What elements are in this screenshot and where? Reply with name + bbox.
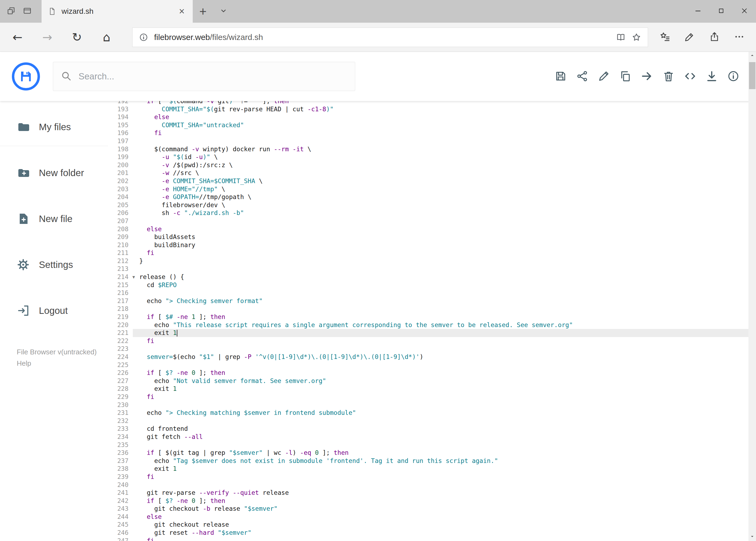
code-line[interactable]: 237 echo "Tag $semver does not exist in … (108, 457, 756, 465)
code-line[interactable]: 221 exit 1 (108, 329, 756, 337)
line-number[interactable]: 217 (108, 297, 133, 305)
code-text[interactable]: if [ $# -ne 1 ]; then (133, 313, 756, 321)
address-bar[interactable]: filebrowser.web/files/wizard.sh (132, 28, 648, 47)
code-line[interactable]: 238 exit 1 (108, 465, 756, 473)
home-button[interactable]: ⌂ (92, 23, 122, 52)
app-logo[interactable] (12, 62, 40, 91)
code-text[interactable]: fi (133, 473, 756, 481)
code-line[interactable]: 193 COMMIT_SHA="$(git rev-parse HEAD | c… (108, 105, 756, 114)
code-line[interactable]: 230 (108, 401, 756, 409)
line-number[interactable]: 219 (108, 313, 133, 321)
code-text[interactable] (133, 361, 756, 369)
code-line[interactable]: 235 (108, 441, 756, 449)
code-line[interactable]: 243 git checkout -b release "$semver" (108, 505, 756, 513)
code-line[interactable]: 224 semver=$(echo "$1" | grep -P '^v(0|[… (108, 353, 756, 361)
line-number[interactable]: 227 (108, 377, 133, 385)
back-button[interactable]: ← (3, 23, 32, 52)
code-line[interactable]: 200 -v /$(pwd):/src:z \ (108, 161, 756, 169)
code-line[interactable]: 214▾release () { (108, 273, 756, 281)
line-number[interactable]: 197 (108, 137, 133, 145)
line-number[interactable]: 222 (108, 337, 133, 345)
favorites-hub-button[interactable] (652, 23, 677, 52)
code-line[interactable]: 220 echo "This release script requires a… (108, 321, 756, 329)
code-text[interactable]: -e GOPATH=//tmp/gopath \ (133, 193, 756, 201)
code-text[interactable]: fi (133, 129, 756, 137)
code-line[interactable]: 211 fi (108, 249, 756, 257)
forward-button[interactable]: → (32, 23, 62, 52)
code-text[interactable]: filebrowser/dev \ (133, 201, 756, 209)
code-text[interactable]: buildAssets (133, 233, 756, 241)
line-number[interactable]: 211 (108, 249, 133, 257)
line-number[interactable]: 229 (108, 393, 133, 401)
code-text[interactable]: echo "Not valid semver format. See semve… (133, 377, 756, 385)
code-line[interactable]: 245 git checkout release (108, 521, 756, 529)
code-line[interactable]: 227 echo "Not valid semver format. See s… (108, 377, 756, 385)
sidebar-item-settings[interactable]: Settings (0, 255, 108, 275)
scrollbar-thumb[interactable] (749, 62, 755, 89)
code-line[interactable]: 223 (108, 345, 756, 353)
code-line[interactable]: 199 -u "$(id -u)" \ (108, 153, 756, 161)
favorite-star-icon[interactable] (631, 32, 641, 42)
code-text[interactable]: -e HOME="//tmp" \ (133, 185, 756, 194)
code-text[interactable] (133, 441, 756, 449)
code-line[interactable]: 210 buildBinary (108, 241, 756, 249)
code-line[interactable]: 236 if [ $(git tag | grep "$semver" | wc… (108, 449, 756, 457)
line-number[interactable]: 234 (108, 433, 133, 441)
line-number[interactable]: 238 (108, 465, 133, 473)
refresh-button[interactable]: ↻ (62, 23, 92, 52)
line-number[interactable]: 228 (108, 385, 133, 393)
code-text[interactable]: fi (133, 393, 756, 401)
code-text[interactable]: -w //src \ (133, 169, 756, 177)
code-text[interactable]: -e COMMIT_SHA=$COMMIT_SHA \ (133, 177, 756, 185)
code-line[interactable]: 219 if [ $# -ne 1 ]; then (108, 313, 756, 321)
code-line[interactable]: 205 filebrowser/dev \ (108, 201, 756, 209)
code-line[interactable]: 195 COMMIT_SHA="untracked" (108, 121, 756, 129)
line-number[interactable]: 244 (108, 513, 133, 521)
code-text[interactable] (133, 345, 756, 353)
line-number[interactable]: 232 (108, 417, 133, 425)
line-number[interactable]: 240 (108, 481, 133, 489)
code-line[interactable]: 222 fi (108, 337, 756, 345)
code-text[interactable]: if [ "$(command -v git)" != "" ]; then (133, 101, 756, 105)
code-text[interactable]: COMMIT_SHA="$(git rev-parse HEAD | cut -… (133, 105, 756, 114)
more-button[interactable] (727, 23, 752, 52)
code-line[interactable]: 201 -w //src \ (108, 169, 756, 177)
code-text[interactable]: else (133, 225, 756, 234)
line-number[interactable]: 216 (108, 289, 133, 297)
code-text[interactable]: release () { (133, 273, 756, 281)
tab-close-button[interactable]: × (177, 6, 186, 16)
code-text[interactable] (133, 417, 756, 425)
code-button[interactable] (679, 66, 701, 87)
code-line[interactable]: 203 -e HOME="//tmp" \ (108, 185, 756, 194)
line-number[interactable]: 215 (108, 281, 133, 289)
code-text[interactable]: exit 1 (133, 385, 756, 393)
code-text[interactable] (133, 481, 756, 489)
maximize-button[interactable] (710, 0, 733, 23)
code-line[interactable]: 192 if [ "$(command -v git)" != "" ]; th… (108, 101, 756, 105)
code-text[interactable]: git fetch --all (133, 433, 756, 441)
code-text[interactable]: echo "> Checking matching $semver in fro… (133, 409, 756, 417)
new-tab-button[interactable]: + (193, 0, 213, 23)
code-text[interactable]: echo "> Checking semver format" (133, 297, 756, 305)
page-scrollbar[interactable] (748, 52, 756, 541)
line-number[interactable]: 210 (108, 241, 133, 249)
move-button[interactable] (636, 66, 658, 87)
fold-arrow-icon[interactable]: ▾ (132, 273, 135, 281)
line-number[interactable]: 226 (108, 369, 133, 377)
code-line[interactable]: 226 if [ $? -ne 0 ]; then (108, 369, 756, 377)
line-number[interactable]: 220 (108, 321, 133, 329)
code-text[interactable]: fi (133, 337, 756, 345)
code-text[interactable] (133, 265, 756, 273)
code-text[interactable]: if [ $(git tag | grep "$semver" | wc -l)… (133, 449, 756, 457)
copy-button[interactable] (615, 66, 636, 87)
code-text[interactable]: -u "$(id -u)" \ (133, 153, 756, 161)
code-editor[interactable]: 192 if [ "$(command -v git)" != "" ]; th… (108, 101, 756, 541)
info-button[interactable] (722, 66, 744, 87)
line-number[interactable]: 224 (108, 353, 133, 361)
code-text[interactable]: git checkout release (133, 521, 756, 529)
line-number[interactable]: 196 (108, 129, 133, 137)
line-number[interactable]: 193 (108, 105, 133, 114)
code-text[interactable]: if [ $? -ne 0 ]; then (133, 497, 756, 505)
line-number[interactable]: 225 (108, 361, 133, 369)
code-line[interactable]: 207 (108, 217, 756, 225)
